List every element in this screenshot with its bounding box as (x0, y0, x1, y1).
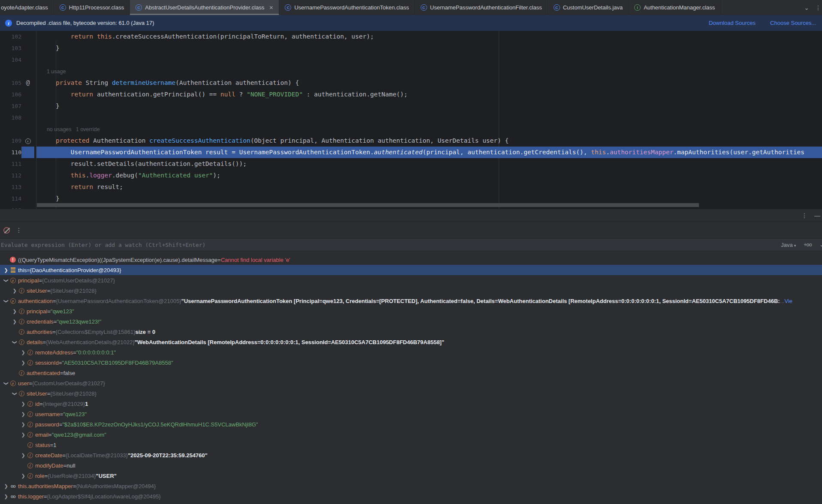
collapse-icon[interactable]: ❯ (3, 380, 9, 387)
horizontal-scrollbar[interactable] (37, 203, 699, 207)
expand-icon[interactable]: ❯ (20, 453, 27, 458)
code-editor[interactable]: 102 return this.createSuccessAuthenticat… (0, 31, 822, 209)
expand-icon[interactable]: ❯ (11, 288, 18, 294)
gutter[interactable] (0, 123, 36, 135)
variable-row-details[interactable]: ❯fdetails = {WebAuthenticationDetails@21… (0, 337, 822, 347)
gutter[interactable]: 114 (0, 193, 36, 204)
variable-row-sessionId[interactable]: ❯fsessionId = "AE50310C5A7CB1095DF8FD46B… (0, 357, 822, 368)
debug-toolbar: ⋮ (0, 222, 822, 238)
expand-icon[interactable]: ❯ (20, 411, 27, 417)
variable-value-part: {Integer@21029} (43, 401, 85, 407)
tab-AuthenticationManager.class[interactable]: IAuthenticationManager.class (629, 0, 721, 15)
add-watch-icon[interactable]: +oo (804, 242, 812, 248)
variable-row-this[interactable]: ❯this = {DaoAuthenticationProvider@20493… (0, 265, 822, 275)
watch-icon: oo (9, 494, 16, 499)
gutter[interactable]: 115 (0, 204, 36, 209)
tab-UsernamePasswordAuthenticationFilter.class[interactable]: CUsernamePasswordAuthenticationFilter.cl… (415, 0, 548, 15)
variable-row-authentication[interactable]: ❯pauthentication = {UsernamePasswordAuth… (0, 296, 822, 306)
evaluate-expression-input[interactable]: Evaluate expression (Enter) or add a wat… (0, 242, 205, 248)
expand-icon[interactable]: ❯ (20, 350, 27, 355)
expand-icon[interactable]: ❯ (11, 309, 18, 314)
mute-breakpoints-icon[interactable] (3, 227, 10, 234)
variable-row-status[interactable]: fstatus = 1 (0, 440, 822, 450)
expand-icon[interactable]: ❯ (20, 422, 27, 427)
variable-value-part: = (44, 493, 47, 500)
variable-row-password[interactable]: ❯fpassword = "$2a$10$E8.KP2zezOnOyHJks1/… (0, 419, 822, 429)
gutter[interactable]: 104 (0, 54, 36, 66)
gutter[interactable]: 111 (0, 158, 36, 170)
chevron-down-icon[interactable]: ⌄ (804, 4, 809, 11)
more-options-icon[interactable]: ⋮ (815, 4, 821, 11)
code-text: return authentication.getPrincipal() == … (36, 89, 822, 100)
expand-evaluate-icon[interactable]: ⌄ (819, 242, 822, 248)
close-tab-icon[interactable]: ✕ (269, 5, 273, 11)
variable-row-remoteAddress[interactable]: ❯fremoteAddress = "0:0:0:0:0:0:0:1" (0, 347, 822, 357)
expand-icon[interactable]: ❯ (20, 360, 27, 366)
annotation-gutter-icon[interactable]: @ (21, 77, 34, 89)
watch-icon: oo (9, 483, 16, 489)
gutter[interactable]: 105@ (0, 77, 36, 89)
variable-row-createDate[interactable]: ❯fcreateDate = {LocalDateTime@21033} "20… (0, 450, 822, 460)
variable-row-this.authoritiesMapper[interactable]: ❯oothis.authoritiesMapper = {NullAuthori… (0, 481, 822, 491)
variable-row-authenticated[interactable]: fauthenticated = false (0, 368, 822, 378)
expand-icon[interactable]: ❯ (3, 267, 9, 273)
expand-icon[interactable]: ❯ (3, 494, 9, 499)
collapse-icon[interactable]: ❯ (3, 277, 9, 284)
class-icon: C (421, 4, 427, 11)
variable-name: this.authoritiesMapper (18, 483, 73, 489)
gutter[interactable]: 108 (0, 112, 36, 123)
expand-icon[interactable]: ❯ (20, 432, 27, 438)
expand-icon[interactable]: ❯ (11, 319, 18, 324)
expand-icon[interactable]: ❯ (20, 473, 27, 479)
variable-row-siteUser[interactable]: ❯fsiteUser = {SiteUser@21028} (0, 388, 822, 399)
hide-panel-icon[interactable]: — (814, 212, 820, 219)
line-number: 106 (0, 89, 21, 100)
tab-UsernamePasswordAuthenticationToken.class[interactable]: CUsernamePasswordAuthenticationToken.cla… (279, 0, 415, 15)
gutter[interactable]: 110 (0, 147, 36, 158)
tab-CustomUserDetails.java[interactable]: CCustomUserDetails.java (548, 0, 629, 15)
overridden-method-gutter-icon[interactable]: ↓ (21, 135, 34, 147)
gutter[interactable]: 112 (0, 170, 36, 181)
usages-inlay-hint[interactable]: no usages 1 override (41, 126, 100, 132)
variable-row-siteUser[interactable]: ❯fsiteUser = {SiteUser@21028} (0, 285, 822, 296)
usages-inlay-hint[interactable]: 1 usage (41, 69, 66, 75)
variable-row-username[interactable]: ❯fusername = "qwe123" (0, 409, 822, 419)
gutter[interactable]: 106 (0, 89, 36, 100)
tab-Http11Processor.class[interactable]: CHttp11Processor.class (54, 0, 130, 15)
variable-row-principal[interactable]: ❯pprincipal = {CustomUserDetails@21027} (0, 275, 822, 285)
code-line-109: 109↓ protected Authentication createSucc… (0, 135, 822, 147)
collapse-icon[interactable]: ❯ (12, 339, 18, 345)
panel-options-icon[interactable]: ⋮ (801, 212, 807, 219)
variable-row-role[interactable]: ❯frole = {UserRole@21034} "USER" (0, 471, 822, 481)
variable-row-modifyDate[interactable]: fmodifyDate = null (0, 460, 822, 471)
gutter[interactable]: 109↓ (0, 135, 36, 147)
evaluation-error-row[interactable]: !((QueryTypeMismatchException)((JpaSyste… (0, 255, 822, 265)
variable-value-part: "UsernamePasswordAuthenticationToken [Pr… (181, 298, 780, 304)
tab-oyoteAdapter.class[interactable]: oyoteAdapter.class (0, 0, 54, 15)
gutter[interactable]: 103 (0, 42, 36, 54)
gutter[interactable] (0, 66, 36, 77)
variable-row-credentials[interactable]: ❯fcredentials = "qwe123qwe123!" (0, 316, 822, 327)
view-link[interactable]: Vie (784, 298, 792, 304)
collapse-icon[interactable]: ❯ (12, 390, 18, 397)
download-sources-link[interactable]: Download Sources (709, 20, 756, 26)
collapse-icon[interactable]: ❯ (3, 297, 9, 304)
variable-row-id[interactable]: ❯fid = {Integer@21029} 1 (0, 399, 822, 409)
expand-icon[interactable]: ❯ (3, 483, 9, 489)
variables-tree[interactable]: !((QueryTypeMismatchException)((JpaSyste… (0, 251, 822, 504)
gutter[interactable]: 113 (0, 181, 36, 193)
variable-row-user[interactable]: ❯puser = {CustomUserDetails@21027} (0, 378, 822, 388)
choose-sources-link[interactable]: Choose Sources... (770, 20, 816, 26)
gutter-icon-slot[interactable] (21, 147, 34, 158)
variable-row-authorities[interactable]: fauthorities = {Collections$EmptyList@15… (0, 327, 822, 337)
overridden-method-gutter-icon[interactable]: ↓ (25, 138, 31, 144)
debug-more-icon[interactable]: ⋮ (16, 227, 22, 234)
gutter[interactable]: 107 (0, 100, 36, 112)
variable-row-principal[interactable]: ❯fprincipal = "qwe123" (0, 306, 822, 316)
language-selector[interactable]: Java (781, 242, 796, 248)
expand-icon[interactable]: ❯ (20, 401, 27, 407)
tab-AbstractUserDetailsAuthenticationProvider.class[interactable]: CAbstractUserDetailsAuthenticationProvid… (130, 0, 279, 15)
variable-row-this.logger[interactable]: ❯oothis.logger = {LogAdapter$Slf4jLocati… (0, 491, 822, 501)
variable-row-email[interactable]: ❯femail = "qwe123@gmail.com" (0, 429, 822, 440)
gutter[interactable]: 102 (0, 31, 36, 42)
